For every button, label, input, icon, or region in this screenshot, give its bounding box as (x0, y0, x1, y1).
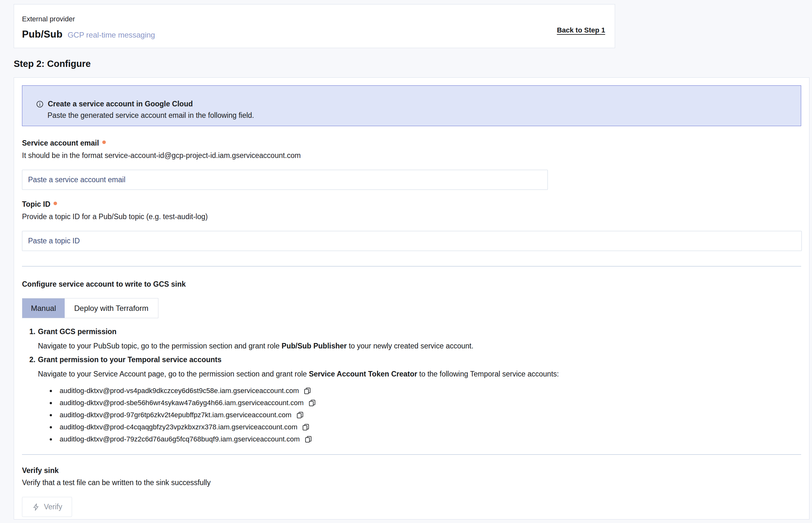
topic-id-label: Topic ID (22, 200, 50, 209)
copy-icon (296, 411, 304, 419)
step-title: Grant permission to your Temporal servic… (38, 356, 222, 364)
section-divider (22, 454, 801, 455)
copy-button[interactable] (302, 423, 310, 431)
required-dot (54, 202, 57, 205)
temporal-service-account-list: auditlog-dktxv@prod-vs4padk9dkczcey6d6st… (50, 385, 801, 445)
provider-header-card: External provider Pub/Sub GCP real-time … (14, 4, 615, 48)
step-title: Grant GCS permission (38, 327, 117, 336)
step-body-text: Navigate to your PubSub topic, go to the… (38, 342, 282, 350)
lightning-bolt-icon (32, 503, 40, 511)
page-title: Step 2: Configure (14, 59, 91, 69)
step-body: Navigate to your Service Account page, g… (38, 369, 801, 379)
bullet (50, 426, 52, 428)
info-banner-title: Create a service account in Google Cloud (48, 100, 193, 108)
manual-steps: 1. Grant GCS permission Navigate to your… (38, 327, 801, 445)
copy-icon (302, 423, 310, 431)
service-account-email: auditlog-dktxv@prod-79z2c6d76au6g5fcq768… (59, 435, 300, 444)
tab-manual[interactable]: Manual (22, 299, 65, 318)
role-name: Service Account Token Creator (309, 370, 417, 378)
copy-icon (304, 435, 312, 444)
topic-id-input[interactable] (22, 231, 802, 251)
service-account-email-helper: It should be in the format service-accou… (22, 151, 801, 160)
copy-button[interactable] (303, 387, 311, 395)
copy-icon (303, 387, 311, 395)
service-account-email: auditlog-dktxv@prod-vs4padk9dkczcey6d6st… (59, 387, 299, 395)
provider-eyebrow: External provider (22, 15, 605, 23)
bullet (50, 390, 52, 392)
step-grant-gcs-permission: 1. Grant GCS permission Navigate to your… (38, 327, 801, 351)
provider-subtitle: GCP real-time messaging (68, 31, 155, 39)
info-circle-icon (36, 100, 44, 108)
service-account-email: auditlog-dktxv@prod-c4cqaqgbfzy23vpzkbxz… (59, 423, 297, 431)
back-to-step-1-link[interactable]: Back to Step 1 (557, 26, 605, 34)
tab-deploy-with-terraform[interactable]: Deploy with Terraform (65, 299, 158, 318)
list-item: auditlog-dktxv@prod-sbe56h6wr4sykaw47a6y… (50, 397, 801, 409)
service-account-email: auditlog-dktxv@prod-sbe56h6wr4sykaw47a6y… (59, 399, 304, 407)
step-number: 1. (29, 327, 38, 336)
step-body-text: to the following Temporal service accoun… (417, 370, 559, 378)
service-account-email-input[interactable] (22, 170, 548, 190)
info-banner-subtitle: Paste the generated service account emai… (48, 111, 794, 120)
verify-button-label: Verify (44, 503, 63, 511)
list-item: auditlog-dktxv@prod-79z2c6d76au6g5fcq768… (50, 433, 801, 445)
configure-section-title: Configure service account to write to GC… (22, 280, 801, 289)
verify-sink-helper: Verify that a test file can be written t… (22, 479, 801, 487)
copy-button[interactable] (296, 411, 304, 419)
service-account-email-label: Service account email (22, 139, 99, 147)
required-dot (102, 141, 106, 144)
copy-icon (308, 399, 316, 407)
provider-title-row: Pub/Sub GCP real-time messaging (22, 29, 605, 40)
configure-card: Create a service account in Google Cloud… (14, 77, 809, 520)
info-banner: Create a service account in Google Cloud… (22, 85, 801, 126)
topic-id-helper: Provide a topic ID for a Pub/Sub topic (… (22, 213, 801, 221)
step-body-text: Navigate to your Service Account page, g… (38, 370, 309, 378)
step-number: 2. (29, 356, 38, 364)
role-name: Pub/Sub Publisher (282, 342, 347, 350)
service-account-email: auditlog-dktxv@prod-97gr6tp6zkv2t4epubff… (59, 411, 292, 419)
deploy-method-tabs: Manual Deploy with Terraform (22, 298, 158, 318)
service-account-email-field-group: Service account email It should be in th… (22, 139, 801, 190)
verify-button[interactable]: Verify (22, 497, 72, 517)
copy-button[interactable] (304, 435, 312, 444)
verify-sink-title: Verify sink (22, 466, 801, 475)
provider-title: Pub/Sub (22, 29, 63, 40)
bullet (50, 414, 52, 416)
topic-id-field-group: Topic ID Provide a topic ID for a Pub/Su… (22, 200, 801, 251)
step-body: Navigate to your PubSub topic, go to the… (38, 341, 801, 351)
bullet (50, 402, 52, 404)
list-item: auditlog-dktxv@prod-97gr6tp6zkv2t4epubff… (50, 409, 801, 421)
list-item: auditlog-dktxv@prod-vs4padk9dkczcey6d6st… (50, 385, 801, 397)
copy-button[interactable] (308, 399, 316, 407)
step-body-text: to your newly created service account. (347, 342, 474, 350)
section-divider (22, 266, 801, 267)
step-grant-temporal-permission: 2. Grant permission to your Temporal ser… (38, 356, 801, 445)
bullet (50, 438, 52, 440)
list-item: auditlog-dktxv@prod-c4cqaqgbfzy23vpzkbxz… (50, 421, 801, 433)
